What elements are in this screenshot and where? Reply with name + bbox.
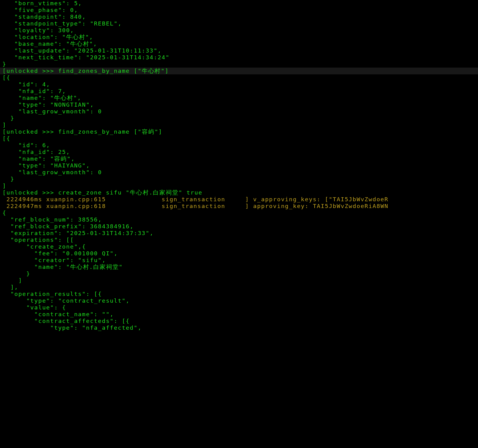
terminal-line: [{ [2,135,478,142]
terminal-line: [unlocked >>> find_zones_by_name ["容屿"] [2,128,478,135]
terminal-line: "last_grow_vmonth": 0 [2,108,478,115]
terminal-line: "location": "牛心村", [2,34,478,41]
terminal-line: ], [2,284,478,291]
terminal-line: } [2,61,478,68]
terminal-line: "creator": "sifu", [2,257,478,264]
terminal-line: ] [2,183,478,189]
terminal-line: "nfa_id": 7, [2,88,478,95]
terminal-line: 2224947ms xuanpin.cpp:618 sign_transacti… [2,203,478,210]
terminal-line: "born_vtimes": 5, [2,0,478,7]
terminal-line: "type": "nfa_affected", [2,324,478,331]
terminal-line: } [2,115,478,122]
terminal-line: [{ [2,74,478,81]
terminal-line: "expiration": "2025-01-31T14:37:33", [2,230,478,237]
terminal-line: "id": 4, [2,81,478,88]
terminal-line: "operations": [[ [2,237,478,243]
terminal-line: "standpoint_type": "REBEL", [2,20,478,27]
terminal-line: [unlocked >>> create_zone sifu "牛心村.白家祠堂… [2,189,478,196]
terminal-line: 2224946ms xuanpin.cpp:615 sign_transacti… [2,196,478,203]
terminal-line: "loyalty": 300, [2,27,478,34]
terminal-line: "last_grow_vmonth": 0 [2,169,478,176]
terminal-line: "base_name": "牛心村", [2,41,478,47]
terminal-line: "type": "contract_result", [2,297,478,304]
terminal-line: "id": 6, [2,142,478,149]
terminal-line: ] [2,277,478,284]
terminal-line: "five_phase": 0, [2,7,478,14]
terminal-line: "ref_block_num": 38556, [2,216,478,223]
terminal-line: "name": "容屿", [2,155,478,162]
terminal-line: "name": "牛心村.白家祠堂" [2,264,478,270]
terminal-line: { [2,210,478,216]
terminal-line: } [2,176,478,183]
terminal-line: "type": "NONGTIAN", [2,101,478,108]
terminal-line: "last_update": "2025-01-31T10:11:33", [2,47,478,54]
terminal-line: "standpoint": 840, [2,14,478,20]
terminal-line: "value": { [2,304,478,311]
terminal-line: "name": "牛心村", [2,95,478,101]
terminal-line: "ref_block_prefix": 3684384916, [2,223,478,230]
terminal-line: [unlocked >>> find_zones_by_name ["牛心村"] [0,68,478,74]
terminal-output[interactable]: "born_vtimes": 5, "five_phase": 0, "stan… [0,0,478,448]
terminal-line: "contract_name": "", [2,311,478,318]
terminal-line: "contract_affecteds": [{ [2,318,478,324]
terminal-line: "operation_results": [{ [2,291,478,297]
terminal-line: "nfa_id": 25, [2,149,478,155]
terminal-line: } [2,270,478,277]
terminal-line: ] [2,122,478,128]
terminal-line: "fee": "0.001000 QI", [2,250,478,257]
terminal-line: "create_zone",{ [2,243,478,250]
terminal-line: "next_tick_time": "2025-01-31T14:34:24" [2,54,478,61]
terminal-line: "type": "HAIYANG", [2,162,478,169]
